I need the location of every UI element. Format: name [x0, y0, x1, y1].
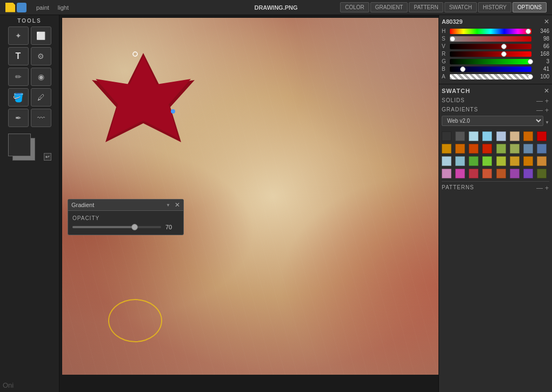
solids-add[interactable]: +: [545, 97, 549, 105]
swatch-cell[interactable]: [455, 169, 465, 178]
gradients-add[interactable]: +: [545, 107, 549, 114]
text-tool-button[interactable]: T: [8, 47, 29, 65]
patterns-minus[interactable]: —: [536, 184, 543, 192]
swatch-cell[interactable]: [442, 169, 451, 178]
star-tool-button[interactable]: ✦: [8, 26, 29, 45]
crop-tool-button[interactable]: ⬜: [31, 26, 51, 45]
blur-tool-button[interactable]: ◉: [31, 68, 51, 86]
r-slider-thumb[interactable]: [501, 51, 507, 57]
swatch-cell[interactable]: [455, 131, 465, 141]
swatch-cell[interactable]: [469, 169, 478, 178]
swatch-cell[interactable]: [442, 156, 451, 166]
swatch-cell[interactable]: [455, 156, 465, 166]
color-reset-icon[interactable]: ↩: [44, 153, 51, 161]
swatch-cell[interactable]: [469, 131, 478, 141]
swatch-cell[interactable]: [496, 156, 506, 166]
gear-tool-button[interactable]: ⚙: [31, 47, 51, 65]
gradients-controls: — +: [536, 107, 549, 114]
h-slider[interactable]: [450, 29, 531, 34]
tool-row-1: ✦ ⬜: [3, 26, 56, 45]
gradient-panel-header: Gradient ▼ ✕: [68, 200, 183, 211]
g-slider-thumb[interactable]: [528, 59, 533, 64]
b-slider[interactable]: [450, 67, 531, 72]
color-panel-close[interactable]: ✕: [544, 18, 549, 25]
tab-swatch[interactable]: SWATCH: [444, 2, 477, 12]
patterns-controls: — +: [536, 184, 549, 192]
tab-pattern[interactable]: PATTERN: [409, 2, 443, 12]
swatch-cell[interactable]: [523, 131, 533, 141]
main-layout: TOOLS ✦ ⬜ T ⚙ ✏ ◉ 🪣 🖊 ✒ 〰 ↩: [0, 15, 552, 392]
swatch-cell[interactable]: [496, 169, 506, 178]
smudge-tool-button[interactable]: 〰: [31, 109, 51, 127]
canvas-area[interactable]: Gradient ▼ ✕ OPACITY 70: [59, 15, 438, 392]
bucket-tool-button[interactable]: 🪣: [8, 88, 29, 107]
swatch-cell[interactable]: [523, 169, 533, 178]
tool-row-5: ✒ 〰: [3, 109, 56, 127]
swatch-cell[interactable]: [469, 156, 478, 166]
s-slider[interactable]: [450, 36, 531, 42]
a-slider-thumb[interactable]: [528, 74, 533, 79]
swatch-cell[interactable]: [523, 144, 533, 154]
red-shape[interactable]: [89, 48, 197, 150]
swatch-grid-row3: [442, 156, 549, 166]
v-slider-thumb[interactable]: [501, 44, 507, 49]
tool-row-3: ✏ ◉: [3, 68, 56, 86]
swatch-cell[interactable]: [482, 156, 492, 166]
swatch-panel-close[interactable]: ✕: [544, 87, 549, 95]
menu-light[interactable]: light: [54, 0, 73, 15]
opacity-slider-track[interactable]: [72, 226, 161, 228]
g-slider[interactable]: [450, 59, 531, 64]
color-panel-header: A80329 ✕: [442, 18, 549, 25]
pen-tool-button[interactable]: ✒: [8, 109, 29, 127]
h-slider-thumb[interactable]: [526, 29, 531, 34]
foreground-color-swatch[interactable]: [8, 134, 31, 156]
gradients-minus[interactable]: —: [536, 107, 543, 114]
swatch-cell[interactable]: [510, 131, 520, 141]
swatch-cell[interactable]: [482, 169, 492, 178]
opacity-slider-fill: [72, 226, 135, 228]
gradient-dropdown-arrow[interactable]: ▼: [166, 203, 170, 208]
s-slider-thumb[interactable]: [450, 36, 455, 42]
menu-paint[interactable]: paint: [32, 0, 54, 15]
patterns-add[interactable]: +: [545, 184, 549, 192]
swatch-preset-dropdown[interactable]: Web v2.0: [442, 116, 543, 126]
s-value: 98: [534, 36, 549, 42]
swatch-grid-row1: [442, 131, 549, 141]
swatch-cell[interactable]: [482, 131, 492, 141]
swatch-cell[interactable]: [510, 144, 520, 154]
g-label: G: [442, 58, 447, 64]
swatch-cell[interactable]: [496, 144, 506, 154]
swatch-cell[interactable]: [510, 169, 520, 178]
tab-history[interactable]: HISTORY: [478, 2, 511, 12]
gradients-section-label: GRADIENTS — +: [442, 107, 549, 114]
swatch-cell[interactable]: [537, 131, 547, 141]
eyedropper-tool-button[interactable]: 🖊: [31, 88, 51, 107]
g-value: 3: [534, 58, 549, 64]
swatch-cell[interactable]: [469, 144, 478, 154]
swatch-cell[interactable]: [455, 144, 465, 154]
tab-gradient[interactable]: GRADIENT: [370, 2, 408, 12]
canvas-painting[interactable]: [62, 18, 438, 375]
swatch-cell[interactable]: [537, 144, 547, 154]
swatch-cell[interactable]: [537, 156, 547, 166]
tab-color[interactable]: COLOR: [340, 2, 369, 12]
swatch-cell[interactable]: [442, 144, 451, 154]
swatch-cell[interactable]: [523, 156, 533, 166]
swatch-cell[interactable]: [482, 144, 492, 154]
swatch-cell[interactable]: [510, 156, 520, 166]
swatch-cell[interactable]: [442, 131, 451, 141]
solids-controls: — +: [536, 97, 549, 105]
a-slider[interactable]: [450, 74, 531, 79]
swatch-cell[interactable]: [537, 169, 547, 178]
gradient-panel-close[interactable]: ✕: [175, 201, 180, 209]
swatch-dropdown-arrow[interactable]: ▼: [545, 120, 549, 125]
b-slider-thumb[interactable]: [460, 67, 465, 72]
swatch-cell[interactable]: [496, 131, 506, 141]
pencil-tool-button[interactable]: ✏: [8, 68, 29, 86]
r-slider[interactable]: [450, 51, 531, 57]
opacity-slider-thumb[interactable]: [131, 224, 138, 230]
solids-minus[interactable]: —: [536, 97, 543, 105]
v-slider[interactable]: [450, 44, 531, 49]
tab-options[interactable]: OPTIONS: [513, 2, 547, 12]
color-hex-value[interactable]: A80329: [442, 18, 463, 25]
